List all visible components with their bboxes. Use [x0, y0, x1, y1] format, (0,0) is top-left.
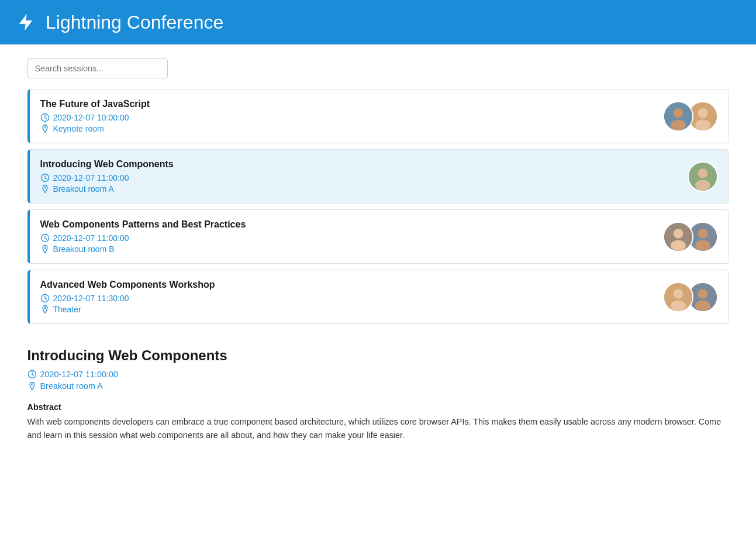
session-time: 2020-12-07 11:30:00 [40, 294, 215, 303]
svg-point-12 [698, 168, 707, 178]
clock-icon [40, 233, 50, 243]
session-meta: 2020-12-07 11:00:00 Breakout room A [40, 173, 174, 194]
time-value: 2020-12-07 10:00:00 [53, 113, 129, 122]
time-value: 2020-12-07 11:00:00 [53, 173, 129, 182]
svg-point-20 [698, 229, 707, 239]
time-value: 2020-12-07 11:30:00 [53, 294, 129, 303]
session-time: 2020-12-07 10:00:00 [40, 113, 150, 122]
session-card[interactable]: Introducing Web Components 2020-12-07 11… [27, 149, 729, 204]
session-meta: 2020-12-07 11:00:00 Breakout room B [40, 233, 246, 254]
svg-point-8 [695, 119, 710, 130]
avatar [663, 222, 693, 252]
session-title: Advanced Web Components Workshop [40, 280, 215, 290]
location-value: Breakout room B [53, 244, 115, 254]
avatar [663, 282, 693, 312]
speaker-avatars [663, 222, 718, 252]
detail-time-value: 2020-12-07 11:00:00 [40, 370, 119, 379]
svg-point-13 [695, 180, 710, 190]
search-input[interactable] [27, 58, 168, 78]
speaker-avatars [688, 161, 718, 192]
session-time: 2020-12-07 11:00:00 [40, 173, 174, 182]
session-location: Breakout room A [40, 184, 174, 194]
session-location: Breakout room B [40, 244, 246, 254]
session-info: Web Components Patterns and Best Practic… [40, 219, 246, 254]
session-list: The Future of JavaScript 2020-12-07 10:0… [27, 89, 729, 324]
session-card[interactable]: Web Components Patterns and Best Practic… [27, 209, 729, 264]
session-location: Theater [40, 305, 215, 314]
location-icon [40, 124, 50, 133]
session-title: Introducing Web Components [40, 159, 174, 170]
session-info: Introducing Web Components 2020-12-07 11… [40, 159, 174, 194]
session-detail: Introducing Web Components 2020-12-07 11… [27, 343, 729, 442]
svg-point-29 [695, 300, 710, 311]
location-value: Theater [53, 305, 81, 314]
main-content: The Future of JavaScript 2020-12-07 10:0… [10, 44, 747, 456]
clock-icon [40, 173, 50, 182]
location-value: Breakout room A [53, 184, 114, 194]
svg-point-4 [673, 108, 683, 118]
svg-point-10 [44, 187, 46, 188]
svg-point-21 [695, 240, 710, 250]
avatar [663, 101, 693, 132]
location-value: Keynote room [53, 124, 104, 133]
svg-point-18 [671, 240, 686, 250]
location-icon [40, 184, 50, 194]
svg-point-5 [671, 119, 686, 130]
location-icon [40, 305, 50, 314]
detail-location: Breakout room A [27, 381, 729, 391]
speaker-avatars [663, 101, 718, 132]
session-title: The Future of JavaScript [40, 99, 150, 109]
session-info: Advanced Web Components Workshop 2020-12… [40, 280, 215, 314]
svg-point-15 [44, 247, 46, 249]
clock-icon [40, 113, 50, 122]
clock-icon [40, 294, 50, 303]
detail-title: Introducing Web Components [27, 347, 729, 364]
svg-point-26 [671, 300, 686, 311]
svg-marker-0 [19, 15, 32, 30]
location-icon [40, 244, 50, 254]
detail-time: 2020-12-07 11:00:00 [27, 370, 729, 379]
svg-point-28 [698, 289, 707, 299]
session-meta: 2020-12-07 11:30:00 Theater [40, 294, 215, 314]
session-meta: 2020-12-07 10:00:00 Keynote room [40, 113, 150, 133]
session-info: The Future of JavaScript 2020-12-07 10:0… [40, 99, 150, 133]
detail-location-value: Breakout room A [40, 381, 103, 391]
lightning-bolt-icon [14, 11, 37, 34]
abstract-label: Abstract [27, 402, 729, 412]
svg-point-25 [673, 289, 683, 299]
session-title: Web Components Patterns and Best Practic… [40, 219, 246, 230]
location-icon [27, 381, 37, 391]
clock-icon [27, 370, 37, 379]
svg-point-2 [44, 126, 46, 128]
svg-point-7 [698, 108, 707, 118]
session-card[interactable]: The Future of JavaScript 2020-12-07 10:0… [27, 89, 729, 143]
app-title: Lightning Conference [46, 12, 223, 33]
avatar [688, 161, 718, 192]
session-location: Keynote room [40, 124, 150, 133]
svg-point-17 [673, 229, 683, 239]
session-card[interactable]: Advanced Web Components Workshop 2020-12… [27, 270, 729, 324]
session-time: 2020-12-07 11:00:00 [40, 233, 246, 243]
svg-point-23 [44, 307, 46, 309]
time-value: 2020-12-07 11:00:00 [53, 233, 129, 243]
speaker-avatars [663, 282, 718, 312]
abstract-text: With web components developers can embra… [27, 415, 729, 442]
svg-point-31 [31, 384, 33, 385]
app-header: Lightning Conference [0, 0, 756, 44]
